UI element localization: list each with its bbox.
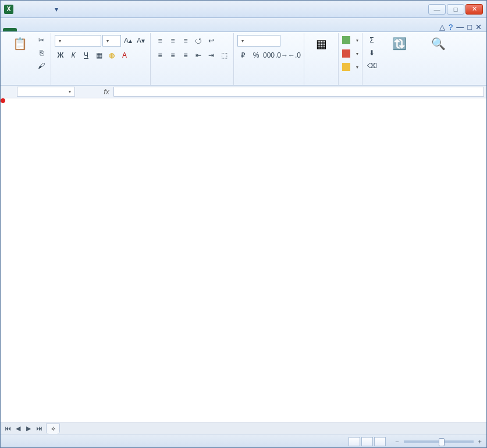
sheet-nav-next-icon[interactable]: ▶ xyxy=(24,425,33,432)
merge-cells-icon[interactable]: ⬚ xyxy=(218,49,230,61)
clipboard-icon: 📋 xyxy=(12,35,28,52)
group-styles: ▦ xyxy=(304,33,339,85)
fill-color-button[interactable]: ◍ xyxy=(106,49,118,61)
ribbon-tabs: △ ? — □ ✕ xyxy=(1,18,486,32)
ribbon: 📋 ✂ ⎘ 🖌 ▾ ▾ A▴ A▾ Ж К Ч ▦ ◍ xyxy=(1,32,486,86)
group-editing: Σ ⬇ ⌫ 🔃 🔍 xyxy=(362,33,459,85)
excel-icon: X xyxy=(4,5,13,14)
number-format-select[interactable]: ▾ xyxy=(237,35,280,47)
group-clipboard: 📋 ✂ ⎘ 🖌 xyxy=(3,33,51,85)
border-button[interactable]: ▦ xyxy=(93,49,105,61)
format-painter-icon[interactable]: 🖌 xyxy=(35,60,47,72)
underline-button[interactable]: Ч xyxy=(80,49,92,61)
format-cells-button[interactable]: ▾ xyxy=(342,61,358,73)
group-number: ▾ ₽ % 000 .0→ ←.0 xyxy=(234,33,304,85)
sort-filter-icon: 🔃 xyxy=(391,35,407,52)
wrap-text-icon[interactable]: ↩ xyxy=(205,35,217,47)
quick-access-toolbar: ▾ xyxy=(17,5,61,14)
page-layout-view-button[interactable] xyxy=(361,437,373,446)
font-size-select[interactable]: ▾ xyxy=(102,35,121,47)
help-icon[interactable]: ? xyxy=(449,23,453,31)
undo-icon[interactable] xyxy=(29,5,38,14)
font-color-button[interactable]: A xyxy=(119,49,130,61)
align-middle-icon[interactable]: ≡ xyxy=(167,35,179,47)
percent-icon[interactable]: % xyxy=(250,49,262,61)
spreadsheet-grid[interactable] xyxy=(1,98,486,422)
align-bottom-icon[interactable]: ≡ xyxy=(180,35,191,47)
title-bar: X ▾ — □ ✕ xyxy=(1,1,486,18)
sheet-nav-first-icon[interactable]: ⏮ xyxy=(3,425,12,432)
align-top-icon[interactable]: ≡ xyxy=(154,35,166,47)
close-button[interactable]: ✕ xyxy=(465,4,483,15)
group-alignment: ≡ ≡ ≡ ⭯ ↩ ≡ ≡ ≡ ⇤ ⇥ ⬚ xyxy=(151,33,234,85)
new-sheet-button[interactable]: ✧ xyxy=(46,424,60,434)
sheet-nav-last-icon[interactable]: ⏭ xyxy=(34,425,44,432)
align-center-icon[interactable]: ≡ xyxy=(167,49,179,61)
redo-icon[interactable] xyxy=(40,5,49,14)
italic-button[interactable]: К xyxy=(67,49,79,61)
bold-button[interactable]: Ж xyxy=(55,49,66,61)
sort-filter-button[interactable]: 🔃 xyxy=(380,34,418,54)
currency-icon[interactable]: ₽ xyxy=(237,49,249,61)
zoom-in-button[interactable]: + xyxy=(478,438,482,445)
doc-restore-icon[interactable]: □ xyxy=(467,23,472,31)
formula-bar-row: ▾ fx xyxy=(1,86,486,98)
name-box[interactable]: ▾ xyxy=(17,87,75,97)
fill-button[interactable]: ⬇ xyxy=(366,47,378,59)
format-cell-icon xyxy=(342,63,350,71)
orientation-icon[interactable]: ⭯ xyxy=(193,35,204,47)
highlight-annotation xyxy=(1,98,5,103)
clear-button[interactable]: ⌫ xyxy=(366,60,378,72)
zoom-out-button[interactable]: − xyxy=(395,438,399,445)
insert-cell-icon xyxy=(342,36,350,44)
cut-icon[interactable]: ✂ xyxy=(35,34,47,46)
increase-decimal-icon[interactable]: .0→ xyxy=(276,49,287,61)
find-select-button[interactable]: 🔍 xyxy=(421,34,456,54)
comma-icon[interactable]: 000 xyxy=(263,49,275,61)
group-cells: ▾ ▾ ▾ xyxy=(339,33,362,85)
status-bar: − + xyxy=(1,435,486,447)
zoom-slider[interactable] xyxy=(404,440,474,443)
sheet-nav-prev-icon[interactable]: ◀ xyxy=(13,425,23,432)
insert-cells-button[interactable]: ▾ xyxy=(342,34,358,46)
increase-indent-icon[interactable]: ⇥ xyxy=(205,49,217,61)
decrease-font-icon[interactable]: A▾ xyxy=(135,35,147,47)
align-left-icon[interactable]: ≡ xyxy=(154,49,166,61)
find-icon: 🔍 xyxy=(430,35,446,52)
maximize-button[interactable]: □ xyxy=(447,4,464,15)
copy-icon[interactable]: ⎘ xyxy=(35,47,47,59)
styles-icon: ▦ xyxy=(313,35,329,52)
paste-button[interactable]: 📋 xyxy=(6,34,33,54)
delete-cell-icon xyxy=(342,49,350,58)
fx-icon[interactable]: fx xyxy=(99,86,113,98)
doc-close-icon[interactable]: ✕ xyxy=(475,23,482,31)
page-break-view-button[interactable] xyxy=(374,437,386,446)
save-icon[interactable] xyxy=(17,5,26,14)
minimize-button[interactable]: — xyxy=(428,4,446,15)
increase-font-icon[interactable]: A▴ xyxy=(122,35,134,47)
file-tab[interactable] xyxy=(3,28,17,31)
autosum-button[interactable]: Σ xyxy=(366,34,378,46)
group-font: ▾ ▾ A▴ A▾ Ж К Ч ▦ ◍ A xyxy=(51,33,151,85)
minimize-ribbon-icon[interactable]: △ xyxy=(439,23,445,31)
styles-button[interactable]: ▦ xyxy=(308,34,335,54)
decrease-decimal-icon[interactable]: ←.0 xyxy=(289,49,300,61)
delete-cells-button[interactable]: ▾ xyxy=(342,48,358,59)
normal-view-button[interactable] xyxy=(349,437,360,446)
font-name-select[interactable]: ▾ xyxy=(55,35,101,47)
formula-bar[interactable] xyxy=(113,87,484,97)
align-right-icon[interactable]: ≡ xyxy=(180,49,191,61)
decrease-indent-icon[interactable]: ⇤ xyxy=(193,49,204,61)
sheet-tab-bar: ⏮ ◀ ▶ ⏭ ✧ xyxy=(1,422,486,435)
qat-more-icon[interactable]: ▾ xyxy=(52,5,61,14)
doc-minimize-icon[interactable]: — xyxy=(456,23,464,31)
